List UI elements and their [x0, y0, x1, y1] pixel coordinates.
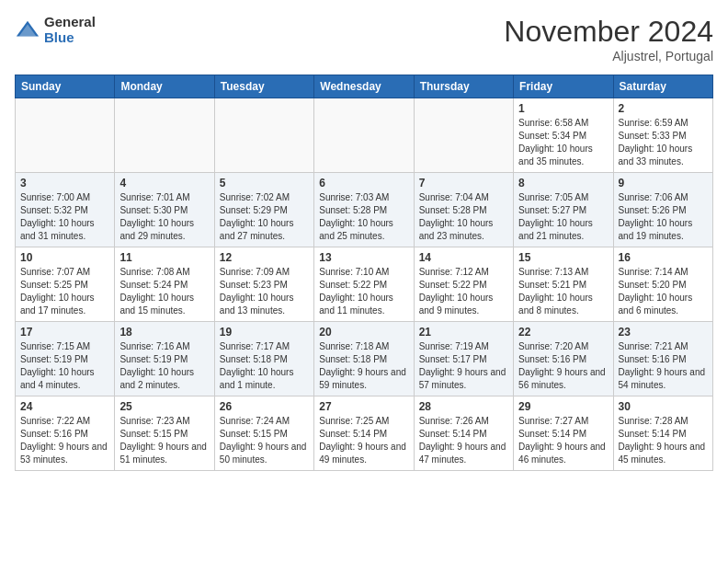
day-info: Sunrise: 7:17 AMSunset: 5:18 PMDaylight:… — [220, 340, 309, 392]
calendar-cell: 11Sunrise: 7:08 AMSunset: 5:24 PMDayligh… — [115, 247, 214, 322]
calendar-cell: 18Sunrise: 7:16 AMSunset: 5:19 PMDayligh… — [115, 322, 214, 396]
day-info: Sunrise: 7:09 AMSunset: 5:23 PMDaylight:… — [220, 266, 309, 317]
calendar-cell: 30Sunrise: 7:28 AMSunset: 5:14 PMDayligh… — [613, 396, 712, 471]
calendar-cell: 8Sunrise: 7:05 AMSunset: 5:27 PMDaylight… — [514, 173, 613, 247]
calendar-cell — [115, 98, 214, 173]
day-info: Sunrise: 7:23 AMSunset: 5:15 PMDaylight:… — [119, 415, 209, 466]
day-info: Sunrise: 7:21 AMSunset: 5:16 PMDaylight:… — [619, 340, 708, 392]
day-number: 5 — [220, 177, 309, 190]
day-number: 18 — [119, 326, 209, 339]
calendar-cell: 2Sunrise: 6:59 AMSunset: 5:33 PMDaylight… — [613, 98, 712, 173]
month-title: November 2024 — [504, 15, 713, 49]
day-info: Sunrise: 7:27 AMSunset: 5:14 PMDaylight:… — [518, 415, 608, 466]
day-number: 13 — [319, 251, 408, 264]
day-number: 20 — [319, 326, 408, 339]
calendar-cell: 25Sunrise: 7:23 AMSunset: 5:15 PMDayligh… — [115, 396, 214, 471]
calendar-cell: 15Sunrise: 7:13 AMSunset: 5:21 PMDayligh… — [514, 247, 613, 322]
day-number: 7 — [419, 177, 508, 190]
day-number: 1 — [518, 102, 608, 115]
calendar-cell: 6Sunrise: 7:03 AMSunset: 5:28 PMDaylight… — [314, 173, 414, 247]
day-number: 26 — [220, 400, 309, 413]
calendar-cell: 20Sunrise: 7:18 AMSunset: 5:18 PMDayligh… — [314, 322, 414, 396]
day-number: 14 — [419, 251, 508, 264]
day-info: Sunrise: 7:20 AMSunset: 5:16 PMDaylight:… — [518, 340, 608, 392]
day-info: Sunrise: 6:59 AMSunset: 5:33 PMDaylight:… — [619, 117, 708, 168]
day-number: 23 — [619, 326, 708, 339]
day-info: Sunrise: 6:58 AMSunset: 5:34 PMDaylight:… — [518, 117, 608, 168]
day-number: 30 — [619, 400, 708, 413]
day-info: Sunrise: 7:04 AMSunset: 5:28 PMDaylight:… — [419, 191, 508, 243]
calendar-cell — [214, 98, 313, 173]
calendar-cell: 23Sunrise: 7:21 AMSunset: 5:16 PMDayligh… — [613, 322, 712, 396]
calendar-cell: 26Sunrise: 7:24 AMSunset: 5:15 PMDayligh… — [214, 396, 313, 471]
day-number: 10 — [20, 251, 109, 264]
calendar-cell: 28Sunrise: 7:26 AMSunset: 5:14 PMDayligh… — [414, 396, 513, 471]
day-info: Sunrise: 7:25 AMSunset: 5:14 PMDaylight:… — [319, 415, 408, 466]
calendar-cell: 16Sunrise: 7:14 AMSunset: 5:20 PMDayligh… — [613, 247, 712, 322]
logo-blue: Blue — [44, 30, 96, 46]
calendar-cell: 13Sunrise: 7:10 AMSunset: 5:22 PMDayligh… — [314, 247, 414, 322]
calendar-cell: 1Sunrise: 6:58 AMSunset: 5:34 PMDaylight… — [514, 98, 613, 173]
day-header-wednesday: Wednesday — [314, 75, 414, 98]
calendar-cell: 12Sunrise: 7:09 AMSunset: 5:23 PMDayligh… — [214, 247, 313, 322]
day-info: Sunrise: 7:05 AMSunset: 5:27 PMDaylight:… — [518, 191, 608, 243]
logo-icon — [15, 17, 40, 43]
day-number: 19 — [220, 326, 309, 339]
day-info: Sunrise: 7:08 AMSunset: 5:24 PMDaylight:… — [119, 266, 209, 317]
day-info: Sunrise: 7:06 AMSunset: 5:26 PMDaylight:… — [619, 191, 708, 243]
calendar-table: SundayMondayTuesdayWednesdayThursdayFrid… — [15, 75, 713, 471]
day-info: Sunrise: 7:22 AMSunset: 5:16 PMDaylight:… — [20, 415, 109, 466]
day-number: 25 — [119, 400, 209, 413]
day-number: 21 — [419, 326, 508, 339]
day-info: Sunrise: 7:07 AMSunset: 5:25 PMDaylight:… — [20, 266, 109, 317]
calendar-cell: 7Sunrise: 7:04 AMSunset: 5:28 PMDaylight… — [414, 173, 513, 247]
calendar-cell — [314, 98, 414, 173]
day-number: 22 — [518, 326, 608, 339]
day-number: 17 — [20, 326, 109, 339]
calendar-cell: 14Sunrise: 7:12 AMSunset: 5:22 PMDayligh… — [414, 247, 513, 322]
page-header: General Blue November 2024 Aljustrel, Po… — [15, 15, 713, 63]
day-info: Sunrise: 7:18 AMSunset: 5:18 PMDaylight:… — [319, 340, 408, 392]
calendar-cell: 24Sunrise: 7:22 AMSunset: 5:16 PMDayligh… — [16, 396, 115, 471]
calendar-cell: 17Sunrise: 7:15 AMSunset: 5:19 PMDayligh… — [16, 322, 115, 396]
title-block: November 2024 Aljustrel, Portugal — [504, 15, 713, 63]
day-number: 4 — [119, 177, 209, 190]
calendar-week-row: 1Sunrise: 6:58 AMSunset: 5:34 PMDaylight… — [16, 98, 713, 173]
day-header-friday: Friday — [514, 75, 613, 98]
calendar-cell: 4Sunrise: 7:01 AMSunset: 5:30 PMDaylight… — [115, 173, 214, 247]
logo-general: General — [44, 15, 96, 30]
day-number: 24 — [20, 400, 109, 413]
day-number: 28 — [419, 400, 508, 413]
day-info: Sunrise: 7:03 AMSunset: 5:28 PMDaylight:… — [319, 191, 408, 243]
logo: General Blue — [15, 15, 96, 45]
day-info: Sunrise: 7:13 AMSunset: 5:21 PMDaylight:… — [518, 266, 608, 317]
calendar-cell: 3Sunrise: 7:00 AMSunset: 5:32 PMDaylight… — [16, 173, 115, 247]
day-info: Sunrise: 7:01 AMSunset: 5:30 PMDaylight:… — [119, 191, 209, 243]
calendar-cell: 9Sunrise: 7:06 AMSunset: 5:26 PMDaylight… — [613, 173, 712, 247]
calendar-header-row: SundayMondayTuesdayWednesdayThursdayFrid… — [16, 75, 713, 98]
calendar-cell: 19Sunrise: 7:17 AMSunset: 5:18 PMDayligh… — [214, 322, 313, 396]
calendar-cell: 21Sunrise: 7:19 AMSunset: 5:17 PMDayligh… — [414, 322, 513, 396]
day-number: 27 — [319, 400, 408, 413]
day-header-tuesday: Tuesday — [214, 75, 313, 98]
day-number: 12 — [220, 251, 309, 264]
day-info: Sunrise: 7:10 AMSunset: 5:22 PMDaylight:… — [319, 266, 408, 317]
day-number: 9 — [619, 177, 708, 190]
day-number: 8 — [518, 177, 608, 190]
day-number: 16 — [619, 251, 708, 264]
day-info: Sunrise: 7:00 AMSunset: 5:32 PMDaylight:… — [20, 191, 109, 243]
calendar-cell: 22Sunrise: 7:20 AMSunset: 5:16 PMDayligh… — [514, 322, 613, 396]
day-info: Sunrise: 7:14 AMSunset: 5:20 PMDaylight:… — [619, 266, 708, 317]
logo-text: General Blue — [44, 15, 96, 45]
day-number: 2 — [619, 102, 708, 115]
day-number: 11 — [119, 251, 209, 264]
calendar-week-row: 17Sunrise: 7:15 AMSunset: 5:19 PMDayligh… — [16, 322, 713, 396]
day-number: 3 — [20, 177, 109, 190]
day-info: Sunrise: 7:16 AMSunset: 5:19 PMDaylight:… — [119, 340, 209, 392]
calendar-cell: 10Sunrise: 7:07 AMSunset: 5:25 PMDayligh… — [16, 247, 115, 322]
day-header-thursday: Thursday — [414, 75, 513, 98]
calendar-cell — [414, 98, 513, 173]
day-number: 15 — [518, 251, 608, 264]
calendar-cell — [16, 98, 115, 173]
day-header-saturday: Saturday — [613, 75, 712, 98]
